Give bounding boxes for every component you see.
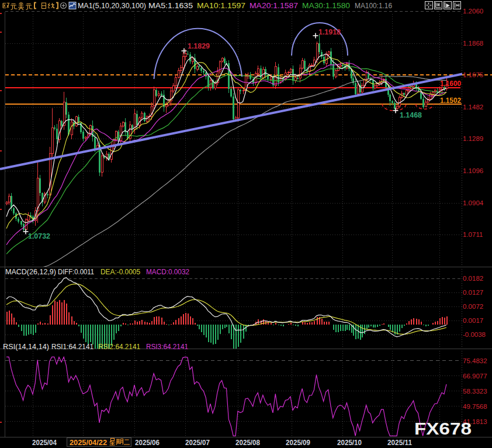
svg-text:RSI1:64.2141: RSI1:64.2141 xyxy=(51,343,93,351)
svg-text:49.7568: 49.7568 xyxy=(463,403,487,410)
svg-text:1.1289: 1.1289 xyxy=(463,135,483,142)
svg-text:RSI3:64.2141: RSI3:64.2141 xyxy=(146,343,188,351)
svg-text:MA1(5,10,20,30,100): MA1(5,10,20,30,100) xyxy=(78,1,146,10)
svg-text:0.0182: 0.0182 xyxy=(463,275,483,282)
svg-text:2025/08: 2025/08 xyxy=(235,439,260,447)
svg-text:MACD:0.0032: MACD:0.0032 xyxy=(146,268,189,276)
svg-text:1.2060: 1.2060 xyxy=(463,8,483,15)
svg-text:RSI(14,14,14): RSI(14,14,14) xyxy=(3,343,49,351)
svg-text:MA10:1.1597: MA10:1.1597 xyxy=(197,1,245,10)
svg-text:0.0127: 0.0127 xyxy=(463,289,483,296)
svg-text:1.1096: 1.1096 xyxy=(463,167,483,174)
svg-text:2025/11: 2025/11 xyxy=(387,439,412,447)
svg-text:MA30:1.1580: MA30:1.1580 xyxy=(302,1,350,10)
svg-text:1.0904: 1.0904 xyxy=(463,199,484,206)
svg-text:1.1600: 1.1600 xyxy=(440,79,461,88)
svg-text:1.1829: 1.1829 xyxy=(188,42,210,50)
svg-text:1.1502: 1.1502 xyxy=(440,96,461,105)
svg-text:-0.0038: -0.0038 xyxy=(463,331,486,338)
svg-text:DEA:-0.0005: DEA:-0.0005 xyxy=(101,268,140,276)
svg-text:1.1468: 1.1468 xyxy=(400,111,422,119)
svg-text:66.9077: 66.9077 xyxy=(463,373,487,380)
svg-text:MA100:1.16: MA100:1.16 xyxy=(355,1,392,10)
svg-text:1.1675: 1.1675 xyxy=(463,71,483,78)
svg-text:MA5:1.1635: MA5:1.1635 xyxy=(148,1,193,10)
svg-text:RSI2:64.2141: RSI2:64.2141 xyxy=(98,343,140,351)
svg-text:2025/04: 2025/04 xyxy=(32,439,57,447)
svg-text:58.3323: 58.3323 xyxy=(463,388,487,395)
svg-text:1.1918: 1.1918 xyxy=(318,27,341,36)
svg-text:2025/07: 2025/07 xyxy=(185,439,210,447)
svg-text:2025/10: 2025/10 xyxy=(337,439,362,447)
svg-text:75.4832: 75.4832 xyxy=(463,357,487,364)
svg-text:DIFF:0.0011: DIFF:0.0011 xyxy=(58,268,94,276)
svg-text:FX678: FX678 xyxy=(414,419,472,438)
svg-text:2025/09: 2025/09 xyxy=(286,439,310,447)
svg-text:1.1482: 1.1482 xyxy=(463,104,483,111)
svg-text:MA20:1.1587: MA20:1.1587 xyxy=(250,1,298,10)
svg-text:2025/06: 2025/06 xyxy=(135,439,160,447)
svg-text:2025/04/22: 2025/04/22 xyxy=(70,439,107,447)
svg-text:1.0732: 1.0732 xyxy=(28,232,50,240)
svg-text:MACD(26,12,9): MACD(26,12,9) xyxy=(5,268,56,276)
svg-text:0.0072: 0.0072 xyxy=(463,303,483,310)
svg-text:1.0711: 1.0711 xyxy=(463,231,483,238)
svg-text:0.0017: 0.0017 xyxy=(463,317,483,324)
svg-text:1.1868: 1.1868 xyxy=(463,40,483,47)
